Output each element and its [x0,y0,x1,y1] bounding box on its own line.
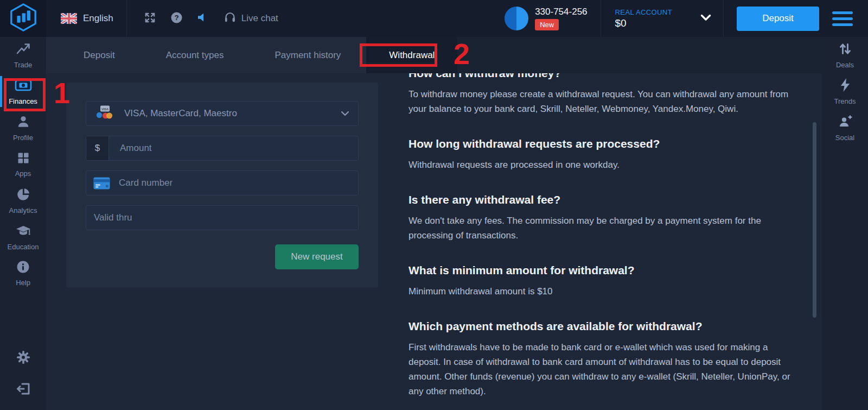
right-sidebar: Deals Trends Social [822,37,868,410]
sidebar-item-analytics[interactable]: Analytics [0,182,46,219]
sidebar-item-label: Deals [836,61,854,69]
sidebar-item-label: Finances [9,97,37,105]
faq-question: Is there any withdrawal fee? [409,193,795,207]
hamburger-icon [832,11,853,14]
sidebar-item-label: Help [16,279,30,287]
speaker-icon [196,11,209,26]
logout-button[interactable] [0,374,46,406]
question-circle-icon: ? [170,11,183,26]
sidebar-item-trends[interactable]: Trends [822,73,868,110]
chevron-down-icon [341,109,349,118]
logo-hexagon-chart-icon [9,2,38,35]
header-divider [601,0,601,37]
language-selector[interactable]: English [61,13,113,24]
sidebar-item-deals[interactable]: Deals [822,37,868,73]
avatar [505,7,528,30]
account-balance: $0 [615,17,672,29]
new-badge: New [535,19,559,30]
person-icon [16,115,30,131]
new-request-button[interactable]: New request [275,244,359,269]
sidebar-item-trade[interactable]: Trade [0,37,46,73]
sidebar-item-profile[interactable]: Profile [0,110,46,146]
finances-tab-bar: Deposit Account types Payment history Wi… [46,37,822,73]
pie-chart-icon [16,187,30,204]
card-number-input[interactable] [111,171,358,195]
account-profile[interactable]: 330-754-256 New [505,7,587,30]
sidebar-item-finances[interactable]: Finances [0,73,46,110]
sidebar-item-label: Analytics [9,206,37,215]
valid-thru-input[interactable] [86,206,358,230]
add-user-icon [838,115,853,131]
trend-arrow-icon [16,42,31,58]
sidebar-item-help[interactable]: Help [0,255,46,292]
payment-method-select[interactable]: VISA VISA, MasterCard, Maestro [86,101,359,126]
faq-question: What is minimum amount for withdrawal? [409,263,795,277]
graduation-cap-icon [15,224,31,240]
header-divider [723,0,724,37]
uk-flag-icon [61,13,77,24]
sound-button[interactable] [196,11,209,26]
faq-question: How long withdrawal requests are process… [409,137,795,151]
sidebar-item-education[interactable]: Education [0,219,46,255]
sidebar-item-label: Trends [834,97,856,105]
faq-section: What is minimum amount for withdrawal? M… [409,263,795,299]
fullscreen-button[interactable] [144,11,156,26]
left-sidebar: Trade Finances Profile [0,37,46,410]
account-type-label: REAL ACCOUNT [615,8,672,16]
sidebar-item-social[interactable]: Social [822,110,868,146]
tab-withdrawal[interactable]: Withdrawal [366,37,457,73]
faq-answer: First withdrawals have to be made to ban… [409,340,795,399]
dollar-prefix: $ [86,136,109,160]
faq-section: How long withdrawal requests are process… [409,137,795,172]
gear-icon [16,350,31,367]
faq-answer: To withdraw money please create a withdr… [409,87,795,116]
sidebar-item-label: Education [8,243,39,251]
tab-deposit[interactable]: Deposit [58,37,141,73]
deposit-button[interactable]: Deposit [737,7,819,31]
help-button[interactable]: ? [170,11,183,26]
svg-text:VISA: VISA [101,108,108,111]
language-label: English [83,13,113,24]
withdrawal-page: VISA VISA, MasterCard, Maestro $ [46,73,822,410]
card-number-field [86,171,359,195]
amount-input[interactable] [109,136,358,160]
app-logo[interactable] [0,0,46,37]
payment-method-value: VISA, MasterCard, Maestro [124,108,237,119]
expand-icon [144,11,156,26]
menu-button[interactable] [832,11,853,26]
lightning-icon [839,78,852,94]
withdrawal-form-card: VISA VISA, MasterCard, Maestro $ [66,83,378,288]
chevron-down-icon [700,14,711,23]
settings-button[interactable] [0,343,46,374]
live-chat-label: Live chat [241,13,278,24]
header-divider [126,0,127,37]
svg-text:?: ? [174,14,178,22]
sidebar-item-label: Trade [14,61,32,69]
faq-answer: Minimum withdrawal amount is $10 [409,284,795,299]
faq-section: Is there any withdrawal fee? We don't ta… [409,193,795,243]
faq-section: How can I withdraw money? To withdraw mo… [409,73,795,116]
grid-icon [17,152,30,167]
logout-icon [16,381,31,399]
bank-cards-icon: VISA [95,105,114,122]
account-id: 330-754-256 [535,7,587,17]
top-header: English ? [0,0,868,37]
tab-bar-filler [457,37,822,73]
headset-icon [224,11,237,26]
account-switcher[interactable]: REAL ACCOUNT $0 [615,8,723,29]
sidebar-item-apps[interactable]: Apps [0,146,46,182]
info-circle-icon [16,260,30,276]
vertical-scrollbar[interactable] [813,122,816,318]
up-down-arrows-icon [838,42,852,58]
faq-answer: Withdrawal requests are processed in one… [409,157,795,172]
faq-question: How can I withdraw money? [409,73,795,80]
amount-field: $ [86,136,359,161]
sidebar-item-label: Profile [13,134,33,142]
banknote-icon [15,78,32,94]
withdrawal-faq: How can I withdraw money? To withdraw mo… [409,73,795,399]
live-chat-button[interactable]: Live chat [224,11,278,26]
tab-account-types[interactable]: Account types [141,37,250,73]
main-area: Deposit Account types Payment history Wi… [46,37,822,410]
tab-payment-history[interactable]: Payment history [249,37,366,73]
faq-question: Which payment methods are available for … [409,319,795,333]
